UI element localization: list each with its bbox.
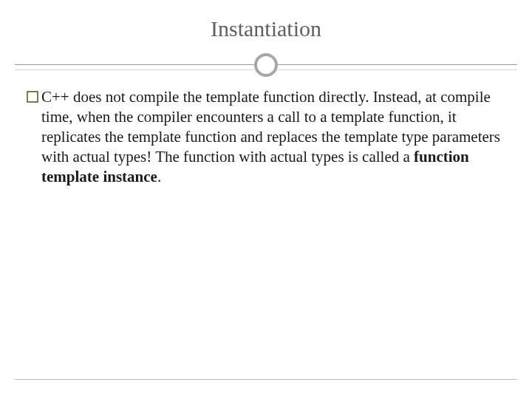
body-paragraph: C++ does not compile the template functi… — [41, 87, 505, 186]
title-divider — [0, 50, 532, 80]
bottom-divider — [15, 379, 517, 380]
title-area: Instantiation — [0, 0, 532, 50]
circle-icon — [254, 53, 278, 77]
body-text-part2: . — [157, 168, 161, 185]
slide-title: Instantiation — [0, 16, 532, 41]
bullet-item: C++ does not compile the template functi… — [27, 87, 505, 186]
divider-circle-badge — [254, 53, 278, 77]
content-area: C++ does not compile the template functi… — [0, 80, 532, 186]
slide: Instantiation C++ does not compile the t… — [0, 0, 532, 399]
square-outline-icon — [27, 91, 38, 103]
